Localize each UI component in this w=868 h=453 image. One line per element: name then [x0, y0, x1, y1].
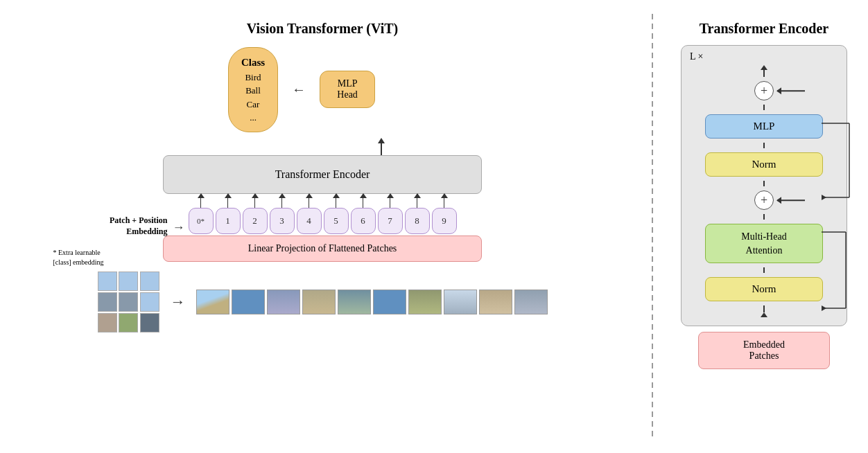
- norm-box-2: Norm: [705, 277, 823, 301]
- mlp-head-label: MLPHead: [333, 78, 362, 100]
- patch-1-2: [140, 292, 159, 312]
- token-9-circle: 9: [432, 208, 457, 234]
- token-1-circle: 1: [216, 208, 241, 234]
- token-1: 1: [216, 194, 241, 234]
- mlp-head-box: MLPHead: [320, 71, 375, 108]
- token-2-circle: 2: [243, 208, 268, 234]
- norm-box-1: Norm: [705, 152, 823, 177]
- token-3: 3: [270, 194, 295, 234]
- patch-1-0: [98, 292, 117, 312]
- plus-top-wrapper: +: [754, 81, 774, 100]
- patch-0-1: [119, 272, 138, 291]
- tokens-row: Patch + PositionEmbedding → * Extra lear…: [189, 194, 457, 234]
- vit-title: Vision Transformer (ViT): [247, 21, 399, 37]
- patch-2-2: [140, 313, 159, 332]
- encoder-outer-box: L × + MLP: [681, 45, 847, 326]
- source-image: [98, 272, 160, 332]
- token-5: 5: [324, 194, 349, 234]
- transformer-encoder-label: Transformer Encoder: [275, 168, 370, 180]
- token-8: 8: [405, 194, 430, 234]
- mha-label: Multi-HeadAttention: [741, 231, 786, 256]
- arrow-before-mha: [763, 214, 765, 220]
- vit-section: Vision Transformer (ViT) Class Bird Ball…: [7, 14, 638, 439]
- patch-0-0: [98, 272, 117, 291]
- top-output-arrow: [761, 65, 767, 77]
- lx-label: L ×: [690, 51, 703, 62]
- bottom-input-arrow: [761, 305, 767, 317]
- transformer-encoder-box: Transformer Encoder: [163, 155, 482, 194]
- class-car: Car: [241, 98, 265, 112]
- plus-circle-top: +: [754, 81, 774, 100]
- patches-row: [196, 290, 548, 314]
- encoder-section: Transformer Encoder L × +: [667, 14, 861, 439]
- token-5-circle: 5: [324, 208, 349, 234]
- linear-proj-label: Linear Projection of Flattened Patches: [248, 243, 397, 254]
- norm2-label: Norm: [752, 283, 776, 294]
- arrow-after-mha: [763, 267, 765, 273]
- arrow-after-mlp: [763, 143, 765, 148]
- patch-thumb-9: [514, 290, 548, 314]
- embedded-patches-area: EmbeddedPatches: [698, 326, 830, 369]
- class-etc: ...: [241, 111, 265, 125]
- mlp-box: MLP: [705, 114, 823, 139]
- skip-bottom-arrow: [777, 199, 805, 201]
- token-9: 9: [432, 194, 457, 234]
- token-6: 6: [351, 194, 376, 234]
- mlp-down-arrow: [378, 138, 385, 155]
- token-2: 2: [243, 194, 268, 234]
- left-arrow-icon: ←: [292, 82, 306, 98]
- token-0: 0*: [189, 194, 214, 234]
- token-0-circle: 0*: [189, 208, 214, 234]
- token-0-arrow: [200, 194, 202, 208]
- token-4-circle: 4: [297, 208, 322, 234]
- mha-box: Multi-HeadAttention: [705, 224, 823, 263]
- patch-1-1: [119, 292, 138, 312]
- mlp-label: MLP: [754, 121, 775, 132]
- patch-thumb-6: [408, 290, 442, 314]
- patch-thumb-3: [302, 290, 336, 314]
- token-6-circle: 6: [351, 208, 376, 234]
- patch-thumb-0: [196, 290, 229, 314]
- embedded-patches-box: EmbeddedPatches: [698, 332, 830, 369]
- token-7-circle: 7: [378, 208, 403, 234]
- token-3-circle: 3: [270, 208, 295, 234]
- token-8-circle: 8: [405, 208, 430, 234]
- skip-top-arrow: [777, 90, 805, 91]
- plus-bottom-wrapper: +: [754, 190, 774, 210]
- norm1-label: Norm: [752, 159, 776, 170]
- patch-thumb-4: [338, 290, 371, 314]
- patch-2-0: [98, 313, 117, 332]
- plus-circle-bottom: +: [754, 190, 774, 210]
- bottom-image-row: →: [98, 272, 548, 332]
- extra-learnable-note: * Extra learnable[class] embedding: [53, 248, 175, 267]
- patch-label-arrow-icon: →: [173, 220, 185, 235]
- section-divider: [652, 14, 653, 439]
- patch-thumb-5: [373, 290, 406, 314]
- encoder-title: Transformer Encoder: [700, 21, 828, 37]
- token-4: 4: [297, 194, 322, 234]
- linear-proj-box: Linear Projection of Flattened Patches: [163, 236, 482, 262]
- patch-embedding-label: Patch + PositionEmbedding: [53, 215, 168, 238]
- mlp-head-arrow: ←: [292, 82, 306, 98]
- down-arrowhead: [378, 138, 385, 143]
- patch-thumb-8: [479, 290, 512, 314]
- down-arrow-line: [381, 143, 382, 155]
- class-box: Class Bird Ball Car ...: [228, 47, 278, 132]
- token-7: 7: [378, 194, 403, 234]
- patch-thumb-7: [444, 290, 477, 314]
- patch-2-1: [119, 313, 138, 332]
- class-label: Class: [241, 55, 265, 71]
- class-ball: Ball: [241, 84, 265, 98]
- class-bird: Bird: [241, 71, 265, 85]
- arrow-before-mlp: [763, 105, 765, 110]
- patch-thumb-2: [267, 290, 300, 314]
- embedded-patches-label: EmbeddedPatches: [743, 339, 785, 361]
- patch-thumb-1: [232, 290, 265, 314]
- big-arrow-icon: →: [171, 293, 186, 311]
- top-row: Class Bird Ball Car ... ← MLPHead: [228, 47, 375, 132]
- patch-0-2: [140, 272, 159, 291]
- arrow-after-norm1: [763, 181, 765, 186]
